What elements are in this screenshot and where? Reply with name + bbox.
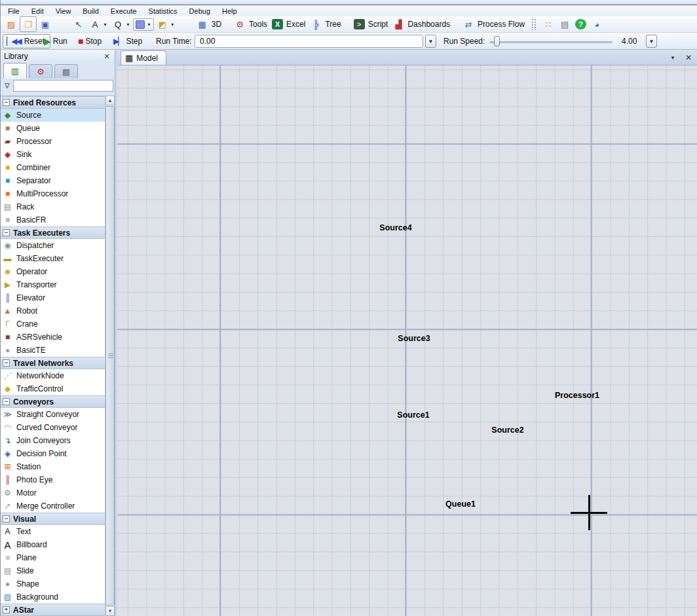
model-object-source2[interactable]: Source2 xyxy=(491,426,523,435)
library-item-decision-point[interactable]: ◈Decision Point xyxy=(1,447,105,460)
library-item-taskexecuter[interactable]: ▬TaskExecuter xyxy=(1,252,105,265)
library-item-networknode[interactable]: ⋰NetworkNode xyxy=(1,369,105,382)
section-header-fixed-resources[interactable]: −Fixed Resources xyxy=(1,96,105,109)
open-model-button[interactable]: ❒ xyxy=(20,16,37,32)
run-time-dropdown-button[interactable]: ▼ xyxy=(425,35,436,48)
tab-list-dropdown-icon[interactable]: ▼ xyxy=(668,52,678,63)
section-header-astar[interactable]: +AStar xyxy=(1,604,105,616)
selection-tool-button[interactable]: ◩▼ xyxy=(155,17,177,31)
pointer-button[interactable]: ↖ xyxy=(71,17,86,31)
tree-button[interactable]: ╠Tree xyxy=(308,17,343,31)
library-item-source[interactable]: ◆Source xyxy=(1,109,105,122)
library-item-basicfr[interactable]: ■BasicFR xyxy=(1,213,105,226)
tools-button[interactable]: ⚙Tools xyxy=(232,17,269,31)
library-item-operator[interactable]: ☻Operator xyxy=(1,265,105,278)
collapse-icon[interactable]: − xyxy=(3,515,10,522)
color-swatch[interactable]: ▼ xyxy=(133,18,154,31)
menu-build[interactable]: Build xyxy=(77,7,104,16)
library-item-background[interactable]: ▨Background xyxy=(1,590,105,604)
run-speed-slider-handle[interactable] xyxy=(494,36,500,46)
new-model-button[interactable]: ▨ xyxy=(3,17,19,31)
library-item-merge-controller[interactable]: ↗Merge Controller xyxy=(1,499,105,513)
library-item-elevator[interactable]: ║Elevator xyxy=(1,291,105,304)
library-item-transporter[interactable]: ▶Transporter xyxy=(1,278,105,291)
scrollbar-thumb[interactable] xyxy=(105,106,115,606)
expand-icon[interactable]: + xyxy=(3,606,10,613)
menu-debug[interactable]: Debug xyxy=(183,7,216,16)
library-item-separator[interactable]: ■Separator xyxy=(1,174,105,187)
scroll-up-icon[interactable]: ▲ xyxy=(105,96,115,105)
collapse-icon[interactable]: − xyxy=(3,359,10,367)
step-button[interactable]: ▶▏ Step xyxy=(113,34,142,48)
library-item-text[interactable]: AText xyxy=(1,525,105,538)
tab-library[interactable]: ▥ xyxy=(3,63,27,79)
tab-templates[interactable]: ▩ xyxy=(54,64,78,79)
library-item-billboard[interactable]: ABillboard xyxy=(1,538,105,551)
section-header-travel-networks[interactable]: −Travel Networks xyxy=(1,357,105,369)
library-item-photo-eye[interactable]: ║Photo Eye xyxy=(1,473,105,486)
stop-button[interactable]: ■ Stop xyxy=(78,34,102,48)
library-item-plane[interactable]: ■Plane xyxy=(1,551,105,564)
library-item-trafficcontrol[interactable]: ◆TrafficControl xyxy=(1,382,105,395)
library-item-combiner[interactable]: ■Combiner xyxy=(1,161,105,174)
model-object-processor1[interactable]: Processor1 xyxy=(555,391,599,400)
chevron-down-icon[interactable]: ▼ xyxy=(147,22,151,27)
toolbar-grip[interactable] xyxy=(531,18,537,30)
menu-file[interactable]: File xyxy=(2,7,26,16)
section-header-task-executers[interactable]: −Task Executers xyxy=(1,226,105,239)
tab-model[interactable]: ▦ Model xyxy=(121,50,166,65)
run-button[interactable]: ▶ Run xyxy=(44,34,67,48)
connect-objects-button[interactable]: A▼ xyxy=(87,17,109,31)
library-item-shape[interactable]: ●Shape xyxy=(1,577,105,590)
model-structure-button[interactable]: ∷ xyxy=(540,17,556,31)
library-item-basicte[interactable]: ●BasicTE xyxy=(1,344,105,357)
library-item-slide[interactable]: ▤Slide xyxy=(1,564,105,577)
menu-execute[interactable]: Execute xyxy=(105,7,143,16)
model-object-queue1[interactable]: Queue1 xyxy=(445,499,476,509)
run-time-field[interactable] xyxy=(195,35,423,48)
menu-view[interactable]: View xyxy=(50,7,77,16)
library-item-rack[interactable]: ▤Rack xyxy=(1,200,105,213)
collapse-icon[interactable]: − xyxy=(3,398,10,405)
library-close-icon[interactable]: ✕ xyxy=(102,52,111,61)
help-button[interactable]: ? xyxy=(573,18,588,31)
library-item-queue[interactable]: ■Queue xyxy=(1,122,105,135)
library-item-join-conveyors[interactable]: ↴Join Conveyors xyxy=(1,434,105,447)
library-item-motor[interactable]: ⚙Motor xyxy=(1,486,105,499)
model-object-source3[interactable]: Source3 xyxy=(398,334,430,343)
section-header-conveyors[interactable]: −Conveyors xyxy=(1,395,105,408)
3d-button[interactable]: ▦3D xyxy=(195,17,223,31)
menu-statistics[interactable]: Statistics xyxy=(143,7,183,16)
library-item-processor[interactable]: ▰Processor xyxy=(1,135,105,148)
library-item-robot[interactable]: ▲Robot xyxy=(1,304,105,317)
library-item-multiprocessor[interactable]: ■MultiProcessor xyxy=(1,187,105,200)
tab-close-icon[interactable]: ✕ xyxy=(683,52,694,63)
collapse-icon[interactable]: − xyxy=(3,229,10,236)
save-model-button[interactable]: ▣ xyxy=(37,17,53,31)
library-item-station[interactable]: ⊞Station xyxy=(1,460,105,473)
run-speed-slider-track[interactable] xyxy=(489,41,612,43)
console-button[interactable]: ▤ xyxy=(557,17,573,31)
excel-button[interactable]: XExcel xyxy=(270,18,307,31)
library-item-curved-conveyor[interactable]: ◠Curved Conveyor xyxy=(1,421,105,434)
script-button[interactable]: >Script xyxy=(352,18,390,31)
model-object-source4[interactable]: Source4 xyxy=(379,223,411,232)
library-item-asrsvehicle[interactable]: ■ASRSvehicle xyxy=(1,331,105,344)
library-item-sink[interactable]: ◆Sink xyxy=(1,148,105,161)
connect-ports-button[interactable]: Q▼ xyxy=(110,17,132,31)
chevron-down-icon[interactable]: ▼ xyxy=(126,22,130,27)
library-item-dispatcher[interactable]: ◉Dispatcher xyxy=(1,239,105,252)
library-item-crane[interactable]: ΓCrane xyxy=(1,317,105,331)
library-item-straight-conveyor[interactable]: ≫Straight Conveyor xyxy=(1,408,105,421)
scroll-down-icon[interactable]: ▼ xyxy=(105,606,115,616)
library-scrollbar[interactable]: ▲ ▼ xyxy=(105,96,115,616)
model-canvas[interactable]: Source4Source3Processor1Source1Source2Qu… xyxy=(117,65,697,616)
menu-help[interactable]: Help xyxy=(216,7,243,16)
section-header-visual[interactable]: −Visual xyxy=(1,513,105,525)
model-object-source1[interactable]: Source1 xyxy=(397,410,429,420)
library-filter-input[interactable] xyxy=(13,80,113,92)
collapse-icon[interactable]: − xyxy=(3,99,10,106)
globe-button[interactable]: ◕ xyxy=(589,17,605,31)
dashboards-button[interactable]: ▟Dashboards xyxy=(390,17,452,31)
menu-edit[interactable]: Edit xyxy=(26,7,50,16)
